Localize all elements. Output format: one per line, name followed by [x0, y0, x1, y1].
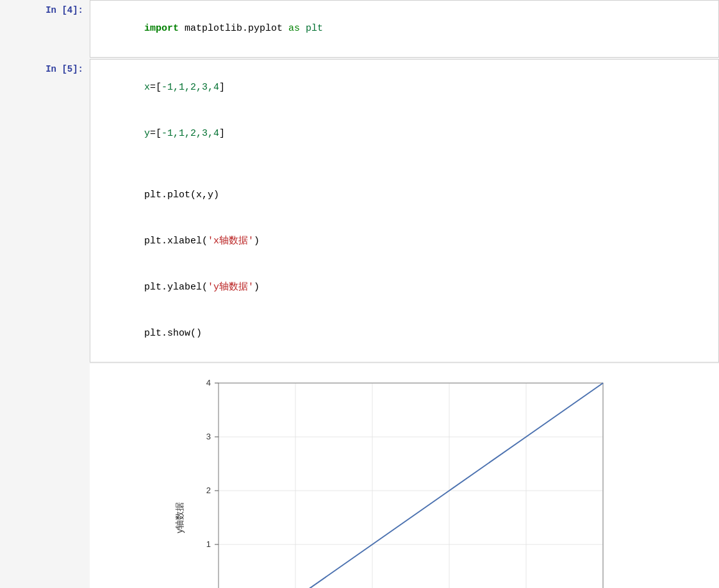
cell-1-content[interactable]: import matplotlib.pyplot as plt	[90, 0, 719, 58]
chart-svg: -1 0 1 2 3 4 -1 0	[174, 370, 635, 588]
code-line-x: x=[-1,1,2,3,4]	[98, 65, 711, 111]
plt-xlabel-close: )	[254, 236, 260, 247]
output-content: -1 0 1 2 3 4 -1 0	[90, 364, 719, 588]
ylabel-4: 4	[206, 378, 211, 388]
keyword-import: import	[144, 23, 179, 34]
code-line-blank	[98, 157, 711, 172]
cell-2-content[interactable]: x=[-1,1,2,3,4] y=[-1,1,2,3,4] plt.plot(x…	[90, 59, 719, 363]
bracket-y-open: =[	[150, 128, 161, 139]
code-line-plot: plt.plot(x,y)	[98, 172, 711, 218]
ylabel-1: 1	[206, 539, 211, 549]
bracket-x-close: ]	[219, 82, 225, 93]
var-x: x	[144, 82, 150, 93]
notebook: In [4]: import matplotlib.pyplot as plt …	[0, 0, 719, 588]
var-y: y	[144, 128, 150, 139]
plt-ylabel-func: plt.ylabel(	[144, 282, 208, 293]
bracket-x-open: =[	[150, 82, 161, 93]
chart-svg-wrapper: -1 0 1 2 3 4 -1 0	[174, 370, 635, 588]
ylabel-3: 3	[206, 432, 211, 441]
plt-ylabel-close: )	[254, 282, 260, 293]
xlabel-string: 'x轴数据'	[208, 236, 254, 247]
cell-2: In [5]: x=[-1,1,2,3,4] y=[-1,1,2,3,4] pl…	[0, 59, 719, 363]
plt-plot: plt.plot(x,y)	[144, 190, 219, 200]
cell-1: In [4]: import matplotlib.pyplot as plt	[0, 0, 719, 58]
x-values: -1,1,2,3,4	[161, 82, 219, 93]
code-line-xlabel: plt.xlabel('x轴数据')	[98, 218, 711, 265]
alias-plt: plt	[300, 23, 323, 34]
output-row: -1 0 1 2 3 4 -1 0	[0, 364, 719, 588]
y-values: -1,1,2,3,4	[161, 128, 219, 139]
code-line-ylabel: plt.ylabel('y轴数据')	[98, 265, 711, 311]
bracket-y-close: ]	[219, 128, 225, 139]
code-line-y: y=[-1,1,2,3,4]	[98, 111, 711, 157]
plt-xlabel-func: plt.xlabel(	[144, 236, 208, 247]
y-axis-label: y轴数据	[174, 502, 185, 534]
chart-background	[219, 383, 603, 588]
keyword-as: as	[288, 23, 300, 34]
ylabel-2: 2	[206, 486, 211, 495]
code-line-show: plt.show()	[98, 311, 711, 357]
cell-1-prompt: In [4]:	[0, 0, 90, 58]
ylabel-string: 'y轴数据'	[208, 282, 254, 293]
cell-2-prompt: In [5]:	[0, 59, 90, 363]
code-line-import: import matplotlib.pyplot as plt	[98, 6, 711, 52]
module-pyplot: matplotlib.pyplot	[179, 23, 288, 34]
chart-container: -1 0 1 2 3 4 -1 0	[90, 364, 719, 588]
output-prompt	[0, 364, 90, 588]
plt-show: plt.show()	[144, 328, 202, 339]
